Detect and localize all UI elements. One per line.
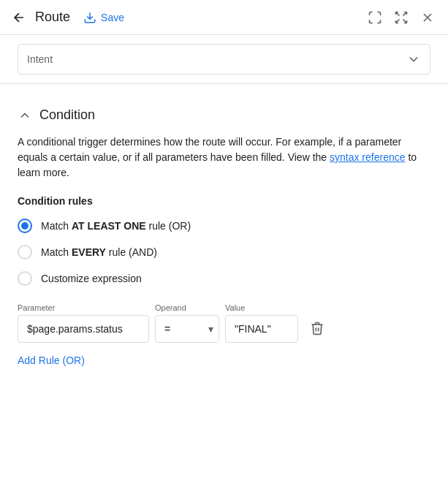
radio-circle-customize (18, 271, 32, 286)
rule-row: Parameter Operand = != < > ▾ Value (18, 303, 430, 343)
header: Route Save (0, 0, 448, 35)
expand-button[interactable] (363, 6, 387, 29)
header-left: Route Save (9, 7, 363, 29)
radio-circle-every (18, 245, 32, 259)
condition-rules-label: Condition rules (18, 195, 430, 207)
operand-field-group: Operand = != < > ▾ (155, 303, 219, 343)
radio-text-every: Match EVERY rule (AND) (41, 246, 157, 258)
radio-option-customize[interactable]: Customize expression (18, 271, 430, 286)
collapse-arrows-button[interactable] (390, 6, 413, 29)
radio-text-customize: Customize expression (41, 273, 142, 284)
operand-label: Operand (155, 303, 219, 312)
radio-option-at-least-one[interactable]: Match AT LEAST ONE rule (OR) (18, 219, 430, 233)
spacer (0, 84, 448, 107)
save-label: Save (101, 12, 124, 23)
intent-dropdown[interactable]: Intent (18, 44, 430, 75)
radio-group: Match AT LEAST ONE rule (OR) Match EVERY… (18, 219, 430, 286)
intent-section: Intent (0, 35, 448, 84)
condition-description: A conditional trigger determines how the… (18, 134, 430, 181)
section-header: Condition (18, 107, 430, 123)
radio-circle-at-least-one (18, 219, 32, 233)
trash-icon (310, 321, 324, 336)
parameter-input[interactable] (18, 315, 149, 343)
condition-section: Condition A conditional trigger determin… (0, 107, 448, 372)
delete-rule-button[interactable] (304, 315, 330, 341)
add-rule-button[interactable]: Add Rule (OR) (18, 349, 85, 372)
operand-select[interactable]: = != < > (155, 315, 219, 343)
condition-title: Condition (39, 107, 95, 123)
save-button[interactable]: Save (76, 7, 132, 29)
parameter-label: Parameter (18, 303, 149, 312)
parameter-field-group: Parameter (18, 303, 149, 343)
value-field-group: Value (225, 303, 298, 343)
radio-option-every[interactable]: Match EVERY rule (AND) (18, 245, 430, 259)
syntax-reference-link[interactable]: syntax reference (330, 151, 406, 163)
intent-chevron-icon (406, 52, 421, 67)
back-button[interactable] (9, 7, 29, 28)
intent-label: Intent (27, 53, 53, 65)
close-button[interactable] (416, 6, 439, 29)
value-input[interactable] (225, 315, 298, 343)
header-icons (363, 6, 439, 29)
radio-text-at-least-one: Match AT LEAST ONE rule (OR) (41, 220, 191, 232)
page-title: Route (35, 10, 70, 25)
operand-select-wrapper: = != < > ▾ (155, 315, 219, 343)
value-label: Value (225, 303, 298, 312)
collapse-icon[interactable] (18, 108, 32, 123)
